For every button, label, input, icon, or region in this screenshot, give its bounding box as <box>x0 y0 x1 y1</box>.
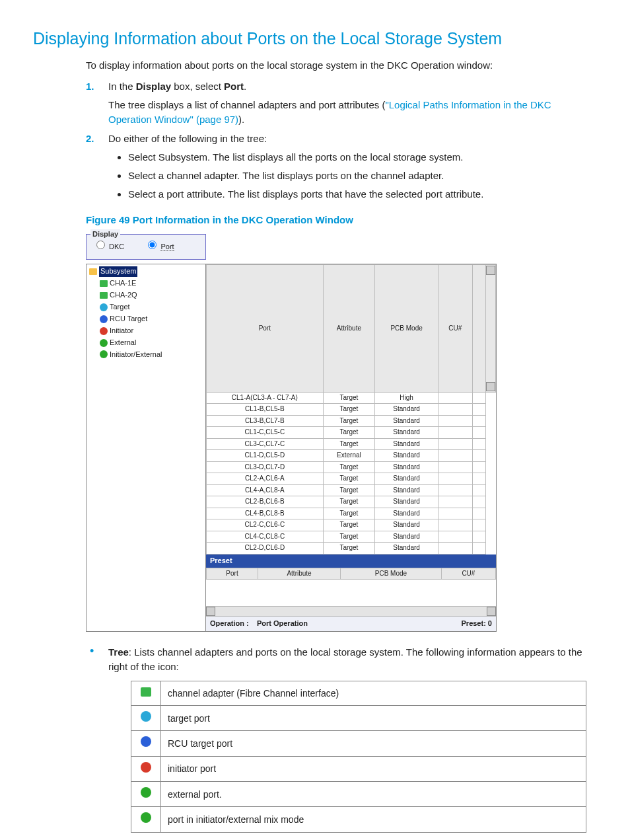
tree-item[interactable]: Target <box>88 301 204 313</box>
preset-title-bar: Preset <box>206 554 496 568</box>
table-row[interactable]: CL3-B,CL7-BTargetStandard <box>207 415 496 427</box>
preset-col-attr[interactable]: Attribute <box>258 568 341 580</box>
cell-cu <box>438 543 473 554</box>
cell-port: CL1-A(CL3-A - CL7-A) <box>207 392 324 404</box>
tree-item[interactable]: External <box>88 337 204 349</box>
table-row[interactable]: CL4-A,CL8-ATargetStandard <box>207 484 496 496</box>
folder-icon <box>89 268 97 275</box>
cell-pcb: Standard <box>375 404 438 416</box>
legend-text: initiator port <box>161 756 586 781</box>
step-number-1: 1. <box>86 79 94 94</box>
cell-port: CL1-B,CL5-B <box>207 404 324 416</box>
port-list-table: Port Attribute PCB Mode CU# CL1-A(CL3-A … <box>206 264 496 554</box>
table-row[interactable]: CL1-C,CL5-CTargetStandard <box>207 427 496 439</box>
display-group-box: Display DKC Port <box>86 234 206 260</box>
cell-attr: Target <box>323 508 375 519</box>
cell-cu <box>438 496 473 508</box>
mix-mode-icon <box>141 812 151 823</box>
mix-mode-icon <box>100 350 108 358</box>
cell-blank <box>472 427 485 439</box>
cell-port: CL3-B,CL7-B <box>207 415 324 427</box>
scroll-left-icon[interactable] <box>206 607 215 616</box>
table-row[interactable]: CL2-B,CL6-BTargetStandard <box>207 496 496 508</box>
rcu-target-icon <box>141 736 151 747</box>
horizontal-scrollbar[interactable] <box>206 606 496 616</box>
tree-item[interactable]: Initiator/External <box>88 349 204 361</box>
radio-port[interactable]: Port <box>145 243 174 250</box>
tree-item[interactable]: Initiator <box>88 325 204 337</box>
status-bar: Operation : Port Operation Preset: 0 <box>206 616 496 631</box>
table-row[interactable]: CL1-A(CL3-A - CL7-A)TargetHigh <box>207 392 496 404</box>
radio-dkc[interactable]: DKC <box>93 243 126 250</box>
col-pcb[interactable]: PCB Mode <box>375 264 438 392</box>
tree-item[interactable]: CHA-1E <box>88 278 204 289</box>
figure-screenshot: Display DKC Port Subsystem CHA-1E CHA-2Q <box>86 234 597 632</box>
preset-col-pcb[interactable]: PCB Mode <box>341 568 442 580</box>
cell-attr: Target <box>323 484 375 496</box>
intro-text: To display information about ports on th… <box>86 58 597 73</box>
col-port[interactable]: Port <box>207 264 324 392</box>
rcu-target-icon <box>100 315 108 323</box>
step-1-text: In the Display box, select Port. <box>108 81 246 92</box>
vertical-scrollbar[interactable] <box>486 264 496 392</box>
cell-port: CL2-C,CL6-C <box>207 519 324 531</box>
table-row[interactable]: CL1-B,CL5-BTargetStandard <box>207 404 496 416</box>
cell-attr: External <box>323 450 375 462</box>
cell-blank <box>472 484 485 496</box>
preset-col-port[interactable]: Port <box>207 568 258 580</box>
scroll-right-icon[interactable] <box>487 607 496 616</box>
table-row[interactable]: CL4-B,CL8-BTargetStandard <box>207 508 496 519</box>
cell-blank <box>472 519 485 531</box>
cell-attr: Target <box>323 461 375 473</box>
cell-cu <box>438 427 473 439</box>
cell-attr: Target <box>323 392 375 404</box>
step-2-bullet: Select a port attribute. The list displa… <box>128 187 597 202</box>
step-2-bullet: Select a channel adapter. The list displ… <box>128 169 597 183</box>
cell-port: CL4-A,CL8-A <box>207 484 324 496</box>
tree-root[interactable]: Subsystem <box>88 266 204 278</box>
table-row[interactable]: CL3-D,CL7-DTargetStandard <box>207 461 496 473</box>
cell-attr: Target <box>323 496 375 508</box>
cell-blank <box>472 543 485 554</box>
col-attr[interactable]: Attribute <box>323 264 375 392</box>
table-row[interactable]: CL3-C,CL7-CTargetStandard <box>207 438 496 450</box>
step-number-2: 2. <box>86 132 94 146</box>
col-cu[interactable]: CU# <box>438 264 473 392</box>
cell-cu <box>438 531 473 543</box>
cell-pcb: Standard <box>375 427 438 439</box>
cell-cu <box>438 508 473 519</box>
cell-pcb: Standard <box>375 531 438 543</box>
scroll-down-icon[interactable] <box>486 382 495 391</box>
cell-port: CL2-D,CL6-D <box>207 543 324 554</box>
scroll-up-icon[interactable] <box>486 266 495 275</box>
table-row[interactable]: CL4-C,CL8-CTargetStandard <box>207 531 496 543</box>
cell-pcb: Standard <box>375 484 438 496</box>
table-row[interactable]: CL2-D,CL6-DTargetStandard <box>207 543 496 554</box>
cell-pcb: Standard <box>375 496 438 508</box>
cell-pcb: Standard <box>375 473 438 485</box>
cell-attr: Target <box>323 531 375 543</box>
table-row[interactable]: CL1-D,CL5-DExternalStandard <box>207 450 496 462</box>
cell-blank <box>472 392 485 404</box>
table-row[interactable]: CL2-C,CL6-CTargetStandard <box>207 519 496 531</box>
cell-blank <box>472 438 485 450</box>
cell-cu <box>438 484 473 496</box>
cell-blank <box>472 415 485 427</box>
preset-col-cu[interactable]: CU# <box>441 568 495 580</box>
tree-item[interactable]: CHA-2Q <box>88 289 204 301</box>
preset-table: Port Attribute PCB Mode CU# <box>206 568 496 580</box>
cell-port: CL3-D,CL7-D <box>207 461 324 473</box>
table-row[interactable]: CL2-A,CL6-ATargetStandard <box>207 473 496 485</box>
figure-caption: Figure 49 Port Information in the DKC Op… <box>86 213 597 227</box>
step-2-text: Do either of the following in the tree: <box>108 133 267 144</box>
cell-port: CL2-A,CL6-A <box>207 473 324 485</box>
tree-pane[interactable]: Subsystem CHA-1E CHA-2Q Target RCU Targe… <box>87 264 206 631</box>
cell-blank <box>472 473 485 485</box>
target-icon <box>100 303 108 311</box>
cell-blank <box>472 404 485 416</box>
cell-pcb: Standard <box>375 438 438 450</box>
legend-text: target port <box>161 706 586 731</box>
tree-item[interactable]: RCU Target <box>88 313 204 325</box>
cell-port: CL2-B,CL6-B <box>207 496 324 508</box>
legend-text: RCU target port <box>161 731 586 756</box>
